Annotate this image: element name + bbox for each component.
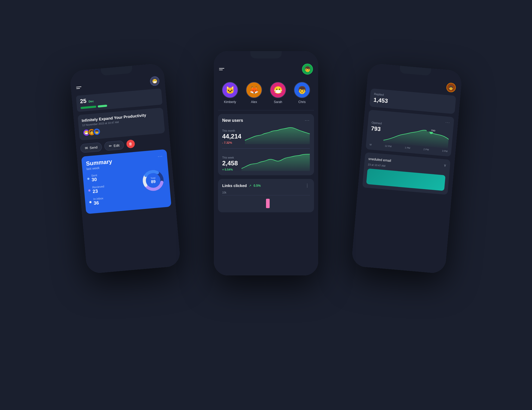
user-alex[interactable]: 🦊 Alex — [246, 82, 262, 104]
hamburger-menu-center[interactable] — [219, 68, 224, 70]
stat-sent: Sent 30 — [87, 170, 137, 183]
opened-menu[interactable]: ··· — [445, 120, 450, 124]
divider-1 — [218, 110, 314, 110]
user-chris[interactable]: 👦 Chris — [294, 82, 310, 104]
user-avatars-row: 🐱 Kimberly 🦊 Alex 😷 Sarah 👦 Chris — [218, 78, 314, 109]
chris-name: Chris — [298, 100, 306, 104]
stat-inbox: In inbox 36 — [89, 194, 139, 206]
new-users-card: New users ··· This month 44,214 - 7.32% — [218, 114, 314, 175]
time-3pm: 3 PM — [442, 150, 448, 153]
links-menu[interactable]: ⋮ — [305, 183, 310, 188]
send-icon: ✉ — [85, 146, 88, 150]
user-sarah[interactable]: 😷 Sarah — [270, 82, 286, 104]
delete-button[interactable]: 🗑 — [126, 140, 135, 149]
left-phone: 😷 25 Dec Infinitely Expand Your Pr — [70, 63, 181, 274]
stat-list: Sent 30 Recieved 23 — [87, 170, 139, 209]
chevron-down-icon[interactable]: ∨ — [444, 163, 446, 167]
time-1pm: 1 PM — [405, 146, 410, 149]
time-12pm: 12 PM — [385, 144, 392, 148]
links-bar-chart — [222, 195, 310, 208]
donut-chart: Total 89 — [141, 168, 166, 193]
inbox-dot — [89, 201, 92, 203]
edit-icon: ✏ — [109, 144, 112, 148]
send-label: Send — [89, 145, 98, 150]
links-percent: 0.5% — [253, 184, 261, 188]
svg-text:793: 793 — [431, 129, 435, 132]
sent-dot — [87, 178, 90, 180]
this-week-section: This week 2,458 + 5.54% — [222, 153, 310, 171]
date-bar-2 — [98, 105, 107, 107]
received-value: 23 — [92, 188, 105, 194]
this-week-value: 2,458 — [222, 160, 238, 167]
received-dot — [88, 189, 90, 191]
links-clicked-card: Links clicked ↗ 0.5% ⋮ 10k — [218, 179, 314, 212]
sarah-name: Sarah — [274, 100, 282, 104]
total-value: 89 — [151, 179, 156, 184]
user-kimberly[interactable]: 🐱 Kimberly — [222, 82, 238, 104]
this-month-section: This month 44,214 - 7.32% — [222, 126, 310, 144]
this-month-label: This month — [222, 129, 241, 132]
opened-value: 793 — [371, 125, 382, 133]
links-title: Links clicked — [222, 183, 247, 188]
new-users-title: New users — [222, 118, 243, 123]
kimberly-avatar: 🐱 — [222, 82, 238, 98]
hamburger-menu-left[interactable] — [76, 86, 82, 89]
new-users-menu[interactable]: ··· — [305, 118, 310, 123]
time-2pm: 2 PM — [423, 148, 429, 151]
this-month-value: 44,214 — [222, 133, 241, 140]
time-m: M — [370, 143, 372, 146]
yaxis-label: 10k — [222, 191, 310, 194]
trend-icon: ↗ — [249, 184, 251, 188]
links-title-group: Links clicked ↗ 0.5% — [222, 183, 261, 188]
summary-dots[interactable]: ··· — [158, 154, 163, 159]
kimberly-name: Kimberly — [224, 100, 236, 104]
opened-chart: 793 — [383, 122, 450, 148]
avatar-center[interactable]: 👦 — [302, 64, 313, 75]
scheduled-card: sneduled email ∨ 23 at 10:47 AM — [362, 152, 451, 195]
chart-divider — [222, 148, 310, 149]
article-card: Infinitely Expand Your Productivity 12 N… — [77, 108, 165, 141]
sarah-avatar: 😷 — [270, 82, 286, 98]
opened-card: ··· Opened 793 — [366, 110, 454, 157]
date-month: Dec — [88, 100, 94, 103]
inbox-value: 36 — [93, 200, 104, 206]
scheduled-title: sneduled email — [368, 157, 391, 163]
scheduled-title-text: neduled email — [370, 157, 391, 163]
this-month-chart — [245, 126, 310, 144]
right-phone: 👧 Replied 1,453 ··· Opened 793 — [351, 63, 463, 274]
avatar-left[interactable]: 😷 — [150, 76, 160, 86]
date-bar-1 — [81, 106, 96, 109]
alex-avatar: 🦊 — [246, 82, 262, 98]
this-month-change: - 7.32% — [222, 141, 241, 144]
send-button[interactable]: ✉ Send — [80, 142, 102, 153]
spacer-right — [373, 81, 382, 81]
stat-received: Recieved 23 — [88, 182, 138, 195]
alex-name: Alex — [251, 100, 257, 104]
chris-avatar: 👦 — [294, 82, 310, 98]
teal-preview-block — [366, 168, 445, 191]
center-phone: 👦 🐱 Kimberly 🦊 Alex 😷 Sarah — [214, 51, 318, 275]
sent-value: 30 — [91, 177, 98, 183]
edit-button[interactable]: ✏ Edit — [104, 140, 124, 151]
opened-label: Opened — [371, 121, 382, 125]
this-week-label: This week — [222, 156, 238, 159]
avatar-right[interactable]: 👧 — [446, 82, 456, 93]
bar-pink — [266, 199, 270, 208]
date-number: 25 — [80, 98, 87, 105]
edit-label: Edit — [113, 143, 120, 148]
summary-card: ··· Summary last week Sent 30 — [81, 149, 171, 214]
this-week-chart — [241, 153, 310, 171]
this-week-change: + 5.54% — [222, 168, 238, 171]
